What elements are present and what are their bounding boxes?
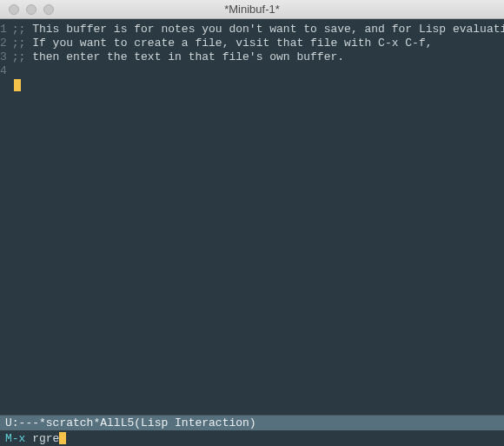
line-number: 1	[0, 23, 7, 37]
minibuffer[interactable]: M-x rgre	[0, 430, 504, 446]
comment-text: If you want to create a file, visit that…	[32, 37, 432, 50]
close-icon[interactable]	[9, 4, 19, 15]
minibuffer-prompt: M-x	[5, 432, 32, 445]
comment-delimiter: ;;	[12, 37, 32, 50]
comment-delimiter: ;;	[12, 50, 32, 63]
minibuffer-input[interactable]: rgre	[32, 432, 59, 445]
modeline-position: All	[100, 416, 120, 429]
window-controls	[0, 4, 54, 15]
comment-text: then enter the text in that file's own b…	[32, 50, 344, 63]
comment-text: This buffer is for notes you don't want …	[32, 23, 504, 36]
comment-delimiter: ;;	[12, 23, 32, 36]
line-number: 2	[0, 37, 7, 50]
titlebar: *Minibuf-1*	[0, 0, 504, 19]
cursor-line	[12, 78, 504, 92]
modeline[interactable]: U:--- *scratch* All L5 (Lisp Interaction…	[0, 415, 504, 430]
line-number: 3	[0, 50, 7, 64]
buffer-text[interactable]: ;; This buffer is for notes you don't wa…	[12, 23, 504, 415]
buffer-line: ;; This buffer is for notes you don't wa…	[12, 23, 504, 37]
modeline-buffer-name: *scratch*	[39, 416, 100, 429]
buffer-line	[12, 64, 504, 78]
cursor-icon	[14, 79, 21, 91]
cursor-icon	[59, 432, 66, 444]
line-number: 4	[0, 64, 7, 78]
buffer-line: ;; If you want to create a file, visit t…	[12, 37, 504, 50]
modeline-line: L5	[121, 416, 135, 429]
zoom-icon[interactable]	[43, 4, 54, 15]
buffer-line: ;; then enter the text in that file's ow…	[12, 50, 504, 64]
emacs-window: *Minibuf-1* 1 2 3 4 ;; This buffer is fo…	[0, 0, 504, 446]
line-number-gutter: 1 2 3 4	[0, 23, 12, 415]
main-buffer[interactable]: 1 2 3 4 ;; This buffer is for notes you …	[0, 19, 504, 415]
modeline-mode: (Lisp Interaction)	[134, 416, 255, 429]
minimize-icon[interactable]	[26, 4, 36, 15]
modeline-status: U:---	[5, 416, 39, 429]
window-title: *Minibuf-1*	[0, 3, 504, 16]
editor-frame: 1 2 3 4 ;; This buffer is for notes you …	[0, 19, 504, 446]
